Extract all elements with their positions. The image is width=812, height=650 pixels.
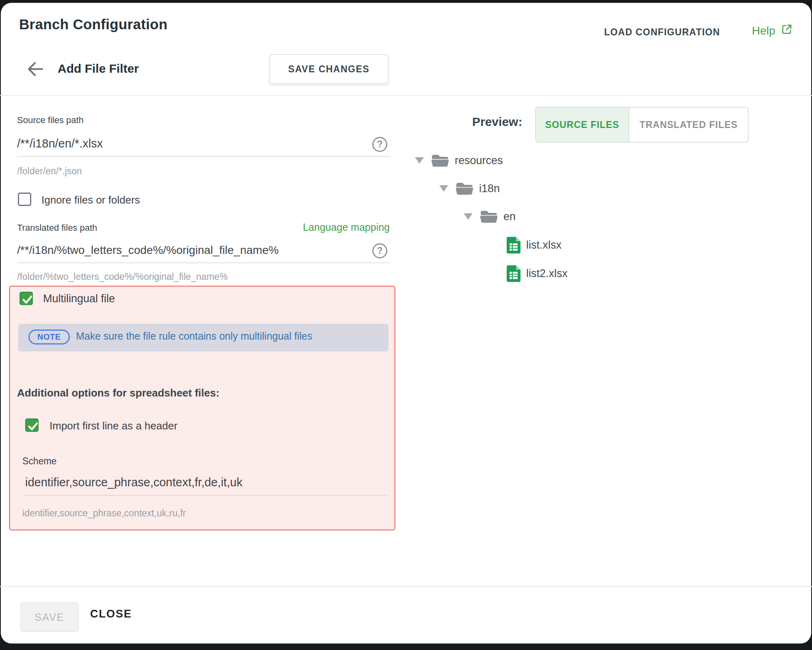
tab-source-files[interactable]: SOURCE FILES [536,108,629,142]
help-link[interactable]: Help [752,24,793,38]
ignore-files-checkbox[interactable] [18,193,31,206]
spreadsheet-options-heading: Additional options for spreadsheet files… [17,387,219,399]
save-button[interactable]: SAVE [20,602,79,632]
source-files-path-field[interactable]: /**/i18n/en/*.xlsx ? [17,131,390,157]
translated-files-path-value[interactable]: /**/i18n/%two_letters_code%/%original_fi… [17,244,279,257]
save-changes-button[interactable]: SAVE CHANGES [269,54,389,84]
checkmark-icon [26,420,40,433]
scheme-helper: identifier,source_phrase,context,uk,ru,f… [22,508,186,519]
source-files-path-helper: /folder/en/*.json [17,166,82,177]
folder-icon [431,153,449,168]
tree-folder-name[interactable]: resources [455,154,503,167]
translated-path-help-icon[interactable]: ? [372,243,387,258]
note-banner: NOTE Make sure the file rule contains on… [18,324,389,351]
spreadsheet-file-icon [507,237,520,254]
tree-folder-name[interactable]: i18n [479,182,500,195]
tree-row-i18n[interactable]: i18n [439,179,500,198]
ignore-files-checkbox-label[interactable]: Ignore files or folders [41,194,140,206]
folder-icon [480,209,498,224]
tree-folder-name[interactable]: en [503,210,516,223]
spreadsheet-file-icon [507,265,520,282]
external-link-icon [781,24,793,38]
screen: Branch Configuration LOAD CONFIGURATION … [0,0,812,650]
checkmark-icon [21,293,34,306]
back-arrow-icon [25,59,45,79]
language-mapping-link[interactable]: Language mapping [303,221,390,233]
tree-file-name[interactable]: list.xlsx [526,239,561,251]
tree-row-resources[interactable]: resources [415,151,503,170]
preview-toggle: SOURCE FILES TRANSLATED FILES [535,107,749,143]
translated-files-path-field[interactable]: /**/i18n/%two_letters_code%/%original_fi… [17,237,390,263]
translated-files-path-label: Translated files path [17,223,97,233]
multilingual-file-checkbox-label[interactable]: Multilingual file [43,292,115,305]
preview-label: Preview: [472,115,522,129]
multilingual-file-checkbox[interactable] [19,292,33,305]
tree-row-list2-xlsx[interactable]: list2.xlsx [507,264,568,283]
scheme-value[interactable]: identifier,source_phrase,context,fr,de,i… [25,476,242,489]
page-title: Branch Configuration [19,16,168,32]
scheme-field[interactable]: identifier,source_phrase,context,fr,de,i… [24,470,388,496]
translated-files-path-helper: /folder/%two_letters_code%/%original_fil… [17,271,228,282]
subheader-title: Add File Filter [58,62,139,76]
tree-row-en[interactable]: en [464,207,516,226]
tree-row-list-xlsx[interactable]: list.xlsx [507,236,561,254]
back-button[interactable] [25,59,45,79]
caret-down-icon[interactable] [439,185,448,192]
scheme-label: Scheme [22,456,56,467]
note-text: Make sure the file rule contains only mu… [76,330,312,342]
import-first-line-checkbox-label[interactable]: Import first line as a header [50,420,177,432]
load-configuration-button[interactable]: LOAD CONFIGURATION [604,27,720,38]
caret-down-icon[interactable] [464,213,473,220]
source-path-help-icon[interactable]: ? [372,137,387,152]
tree-file-name[interactable]: list2.xlsx [526,267,568,280]
source-files-path-value[interactable]: /**/i18n/en/*.xlsx [17,137,103,150]
folder-icon [456,181,473,196]
note-badge: NOTE [28,329,70,344]
tab-translated-files[interactable]: TRANSLATED FILES [629,108,748,142]
help-link-label: Help [752,24,775,37]
close-button[interactable]: CLOSE [90,608,132,620]
caret-down-icon[interactable] [415,157,424,164]
footer-divider [0,586,812,587]
header-divider [0,95,812,96]
import-first-line-checkbox[interactable] [25,418,39,432]
source-files-path-label: Source files path [17,115,84,126]
